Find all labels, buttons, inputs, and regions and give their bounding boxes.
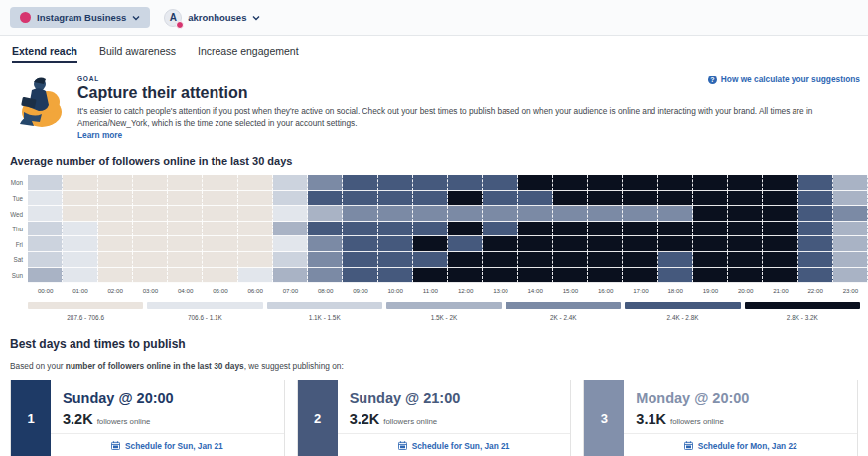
heatmap-cell[interactable] [273, 175, 308, 191]
heatmap-cell[interactable] [378, 206, 413, 222]
heatmap-cell[interactable] [588, 206, 623, 222]
heatmap-cell[interactable] [168, 222, 203, 237]
heatmap-cell[interactable] [238, 222, 273, 237]
heatmap-cell[interactable] [133, 222, 168, 237]
heatmap-cell[interactable] [658, 236, 693, 252]
heatmap-cell[interactable] [28, 252, 63, 268]
heatmap-cell[interactable] [378, 222, 413, 237]
heatmap-cell[interactable] [203, 206, 237, 222]
heatmap-cell[interactable] [343, 268, 377, 284]
heatmap-cell[interactable] [728, 252, 763, 268]
heatmap-cell[interactable] [343, 252, 377, 268]
heatmap-cell[interactable] [553, 252, 588, 268]
heatmap-cell[interactable] [63, 268, 97, 284]
heatmap-cell[interactable] [693, 252, 728, 268]
heatmap-cell[interactable] [273, 222, 308, 237]
heatmap-cell[interactable] [623, 175, 657, 191]
heatmap-cell[interactable] [728, 236, 763, 252]
heatmap-cell[interactable] [273, 268, 308, 284]
heatmap-cell[interactable] [343, 222, 377, 237]
heatmap-cell[interactable] [203, 252, 237, 268]
heatmap-cell[interactable] [658, 175, 693, 191]
heatmap-cell[interactable] [448, 222, 483, 237]
heatmap-cell[interactable] [413, 175, 448, 191]
heatmap-cell[interactable] [623, 268, 657, 284]
heatmap-cell[interactable] [518, 236, 553, 252]
heatmap-cell[interactable] [728, 268, 763, 284]
heatmap-cell[interactable] [483, 268, 517, 284]
heatmap-cell[interactable] [448, 252, 483, 268]
heatmap-cell[interactable] [728, 191, 763, 207]
heatmap-cell[interactable] [238, 236, 273, 252]
heatmap-cell[interactable] [693, 222, 728, 237]
heatmap-cell[interactable] [28, 206, 63, 222]
heatmap-cell[interactable] [98, 175, 133, 191]
heatmap-cell[interactable] [98, 252, 133, 268]
heatmap-cell[interactable] [28, 222, 63, 237]
heatmap-cell[interactable] [833, 252, 868, 268]
schedule-button[interactable]: Schedule for Mon, Jan 22 [624, 433, 857, 456]
heatmap-cell[interactable] [763, 175, 797, 191]
learn-more-link[interactable]: Learn more [77, 130, 122, 140]
heatmap-cell[interactable] [588, 175, 623, 191]
heatmap-cell[interactable] [553, 175, 588, 191]
heatmap-cell[interactable] [483, 191, 517, 207]
channel-selector[interactable]: Instagram Business [10, 7, 150, 28]
heatmap-cell[interactable] [168, 175, 203, 191]
heatmap-cell[interactable] [98, 236, 133, 252]
heatmap-cell[interactable] [343, 236, 377, 252]
heatmap-cell[interactable] [308, 222, 343, 237]
heatmap-cell[interactable] [693, 191, 728, 207]
heatmap-cell[interactable] [798, 252, 833, 268]
heatmap-cell[interactable] [658, 206, 693, 222]
heatmap-cell[interactable] [98, 268, 133, 284]
heatmap-cell[interactable] [553, 236, 588, 252]
heatmap-cell[interactable] [763, 191, 797, 207]
heatmap-cell[interactable] [133, 268, 168, 284]
heatmap-cell[interactable] [238, 206, 273, 222]
heatmap-cell[interactable] [588, 252, 623, 268]
heatmap-cell[interactable] [98, 191, 133, 207]
heatmap-cell[interactable] [728, 222, 763, 237]
heatmap-cell[interactable] [553, 268, 588, 284]
heatmap-cell[interactable] [63, 191, 97, 207]
heatmap-cell[interactable] [553, 206, 588, 222]
heatmap-cell[interactable] [623, 191, 657, 207]
heatmap-cell[interactable] [693, 236, 728, 252]
heatmap-cell[interactable] [133, 206, 168, 222]
how-we-calculate-link[interactable]: ? How we calculate your suggestions [708, 75, 860, 84]
heatmap-cell[interactable] [273, 206, 308, 222]
heatmap-cell[interactable] [308, 268, 343, 284]
heatmap-cell[interactable] [203, 191, 237, 207]
heatmap-cell[interactable] [378, 236, 413, 252]
heatmap-cell[interactable] [798, 236, 833, 252]
tab-increase-engagement[interactable]: Increase engagement [198, 45, 299, 63]
heatmap-cell[interactable] [413, 222, 448, 237]
heatmap-cell[interactable] [518, 175, 553, 191]
heatmap-cell[interactable] [518, 206, 553, 222]
heatmap-cell[interactable] [833, 191, 868, 207]
heatmap-cell[interactable] [483, 252, 517, 268]
heatmap-cell[interactable] [553, 191, 588, 207]
heatmap-cell[interactable] [133, 236, 168, 252]
heatmap-cell[interactable] [168, 236, 203, 252]
heatmap-cell[interactable] [588, 236, 623, 252]
heatmap-cell[interactable] [588, 222, 623, 237]
heatmap-cell[interactable] [238, 191, 273, 207]
heatmap-cell[interactable] [763, 222, 797, 237]
heatmap-cell[interactable] [378, 175, 413, 191]
heatmap-cell[interactable] [413, 236, 448, 252]
heatmap-cell[interactable] [378, 191, 413, 207]
heatmap-cell[interactable] [308, 175, 343, 191]
heatmap-cell[interactable] [553, 222, 588, 237]
heatmap-cell[interactable] [238, 268, 273, 284]
heatmap-cell[interactable] [518, 222, 553, 237]
heatmap-cell[interactable] [833, 236, 868, 252]
heatmap-cell[interactable] [308, 236, 343, 252]
heatmap-cell[interactable] [763, 268, 797, 284]
heatmap-cell[interactable] [483, 175, 517, 191]
schedule-button[interactable]: Schedule for Sun, Jan 21 [338, 433, 571, 456]
heatmap-cell[interactable] [658, 222, 693, 237]
heatmap-cell[interactable] [448, 191, 483, 207]
heatmap-cell[interactable] [28, 268, 63, 284]
